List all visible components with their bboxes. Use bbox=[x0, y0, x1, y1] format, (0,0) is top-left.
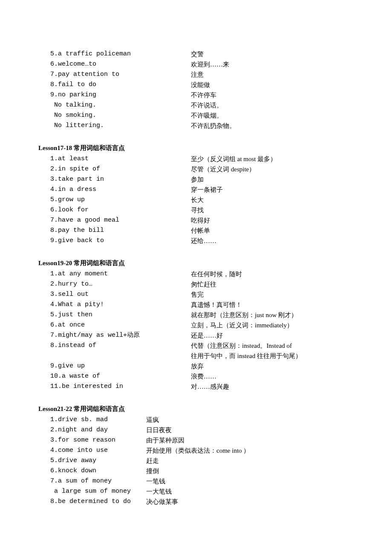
english-term: 3.take part in bbox=[38, 174, 191, 185]
english-term: No talking. bbox=[38, 100, 191, 110]
chinese-definition: 放弃 bbox=[191, 361, 354, 371]
chinese-definition: 在任何时候，随时 bbox=[191, 269, 354, 279]
english-term: 8.instead of bbox=[38, 341, 191, 351]
vocab-row: 3.for some reason由于某种原因 bbox=[38, 435, 354, 445]
chinese-definition: 不许吸烟。 bbox=[191, 110, 354, 121]
chinese-definition: 浪费…… bbox=[191, 371, 354, 382]
english-term: 4.in a dress bbox=[38, 185, 191, 195]
english-term: 6.knock down bbox=[38, 466, 146, 476]
chinese-definition: 逼疯 bbox=[146, 415, 354, 425]
english-term: 5.just then bbox=[38, 310, 191, 320]
vocab-row: a large sum of money一大笔钱 bbox=[38, 486, 354, 497]
vocab-row: No smoking.不许吸烟。 bbox=[38, 110, 354, 121]
continuation-section: 5.a traffic policeman交警6.welcome…to欢迎到……… bbox=[38, 49, 354, 131]
chinese-definition: 穿一条裙子 bbox=[191, 185, 354, 195]
vocab-row: 8.pay the bill付帐单 bbox=[38, 225, 354, 236]
chinese-definition: 往用于句中，而 instead 往往用于句尾） bbox=[191, 351, 354, 361]
vocab-row: 10.a waste of浪费…… bbox=[38, 371, 354, 382]
chinese-definition: 不许乱扔杂物。 bbox=[191, 121, 354, 131]
chinese-definition: 不许停车 bbox=[191, 90, 354, 100]
vocab-row: 6.knock down撞倒 bbox=[38, 466, 354, 476]
vocab-row: 1.at least至少（反义词组 at most 最多） bbox=[38, 154, 354, 164]
english-term: 7.pay attention to bbox=[38, 69, 191, 80]
english-term: 4.come into use bbox=[38, 445, 146, 456]
chinese-definition: 注意 bbox=[191, 69, 354, 80]
vocab-row: 8.instead of代替（注意区别：instead。Instead of bbox=[38, 341, 354, 351]
english-term: 7.a sum of money bbox=[38, 476, 146, 486]
vocab-row: 8.fail to do没能做 bbox=[38, 80, 354, 90]
chinese-definition: 日日夜夜 bbox=[146, 425, 354, 435]
lesson-section: Lesson17-18 常用词组和语言点1.at least至少（反义词组 at… bbox=[38, 143, 354, 246]
vocab-row: 7.a sum of money一笔钱 bbox=[38, 476, 354, 486]
vocab-row: 6.look for寻找 bbox=[38, 205, 354, 215]
english-term: 1.at least bbox=[38, 154, 191, 164]
lesson-section: Lesson21-22 常用词组和语言点1.drive sb. mad逼疯2.n… bbox=[38, 404, 354, 507]
english-term: No littering. bbox=[38, 121, 191, 131]
vocab-row: 1.at any moment在任何时候，随时 bbox=[38, 269, 354, 279]
english-term: 9.no parking bbox=[38, 90, 191, 100]
english-term: 9.give up bbox=[38, 361, 191, 371]
vocab-row: 2.night and day日日夜夜 bbox=[38, 425, 354, 435]
section-title: Lesson19-20 常用词组和语言点 bbox=[38, 258, 354, 268]
english-term: 8.be determined to do bbox=[38, 497, 146, 507]
chinese-definition: 就在那时（注意区别：just now 刚才） bbox=[191, 310, 354, 320]
chinese-definition: 还给…… bbox=[191, 236, 354, 246]
chinese-definition: 没能做 bbox=[191, 80, 354, 90]
chinese-definition: 由于某种原因 bbox=[146, 435, 354, 445]
chinese-definition: 寻找 bbox=[191, 205, 354, 215]
vocab-row: 9.give up放弃 bbox=[38, 361, 354, 371]
english-term: a large sum of money bbox=[38, 486, 146, 497]
vocab-row: 2.in spite of尽管（近义词 despite） bbox=[38, 164, 354, 174]
vocab-row: 7.might/may as well+动原还是……好 bbox=[38, 330, 354, 341]
vocab-row: 8.be determined to do决心做某事 bbox=[38, 497, 354, 507]
vocab-row: 3.sell out售完 bbox=[38, 289, 354, 300]
vocab-row: 9.no parking不许停车 bbox=[38, 90, 354, 100]
english-term: 7.might/may as well+动原 bbox=[38, 330, 191, 341]
vocab-row: 1.drive sb. mad逼疯 bbox=[38, 415, 354, 425]
chinese-definition: 欢迎到……来 bbox=[191, 59, 354, 69]
english-term: 1.at any moment bbox=[38, 269, 191, 279]
english-term: 5.a traffic policeman bbox=[38, 49, 191, 59]
english-term: 3.for some reason bbox=[38, 435, 146, 445]
chinese-definition: 付帐单 bbox=[191, 225, 354, 236]
chinese-definition: 立刻，马上（近义词：immediately） bbox=[191, 320, 354, 330]
vocab-row: 6.at once立刻，马上（近义词：immediately） bbox=[38, 320, 354, 330]
english-term: 9.give back to bbox=[38, 236, 191, 246]
english-term: 2.in spite of bbox=[38, 164, 191, 174]
document-page: 5.a traffic policeman交警6.welcome…to欢迎到……… bbox=[0, 0, 392, 553]
vocab-row: 9.give back to还给…… bbox=[38, 236, 354, 246]
english-term: 6.look for bbox=[38, 205, 191, 215]
english-term: 2.hurry to… bbox=[38, 279, 191, 289]
vocab-row: 5.a traffic policeman交警 bbox=[38, 49, 354, 59]
chinese-definition: 赶走 bbox=[146, 456, 354, 466]
chinese-definition: 撞倒 bbox=[146, 466, 354, 476]
chinese-definition: 真遗憾！真可惜！ bbox=[191, 300, 354, 310]
chinese-definition: 开始使用（类似表达法：come into ） bbox=[146, 445, 354, 456]
english-term: 5.drive away bbox=[38, 456, 146, 466]
vocab-row: 5.drive away赶走 bbox=[38, 456, 354, 466]
chinese-definition: 决心做某事 bbox=[146, 497, 354, 507]
chinese-definition: 售完 bbox=[191, 289, 354, 300]
vocab-row: No talking.不许说话。 bbox=[38, 100, 354, 110]
section-title: Lesson17-18 常用词组和语言点 bbox=[38, 143, 354, 153]
english-term: 8.fail to do bbox=[38, 80, 191, 90]
english-term: 6.welcome…to bbox=[38, 59, 191, 69]
chinese-definition: 不许说话。 bbox=[191, 100, 354, 110]
chinese-definition: 至少（反义词组 at most 最多） bbox=[191, 154, 354, 164]
chinese-definition: 代替（注意区别：instead。Instead of bbox=[191, 341, 354, 351]
chinese-definition: 匆忙赶往 bbox=[191, 279, 354, 289]
vocab-row: 3.take part in参加 bbox=[38, 174, 354, 185]
english-term: No smoking. bbox=[38, 110, 191, 121]
vocab-row: No littering.不许乱扔杂物。 bbox=[38, 121, 354, 131]
vocab-row: 11.be interested in对……感兴趣 bbox=[38, 382, 354, 392]
sections-container: Lesson17-18 常用词组和语言点1.at least至少（反义词组 at… bbox=[38, 143, 354, 507]
lesson-section: Lesson19-20 常用词组和语言点1.at any moment在任何时候… bbox=[38, 258, 354, 392]
chinese-definition: 还是……好 bbox=[191, 330, 354, 341]
english-term: 8.pay the bill bbox=[38, 225, 191, 236]
english-term: 2.night and day bbox=[38, 425, 146, 435]
english-term: 7.have a good meal bbox=[38, 215, 191, 225]
vocab-row: 6.welcome…to欢迎到……来 bbox=[38, 59, 354, 69]
chinese-definition: 尽管（近义词 despite） bbox=[191, 164, 354, 174]
vocab-row: 4.What a pity!真遗憾！真可惜！ bbox=[38, 300, 354, 310]
chinese-definition: 一笔钱 bbox=[146, 476, 354, 486]
